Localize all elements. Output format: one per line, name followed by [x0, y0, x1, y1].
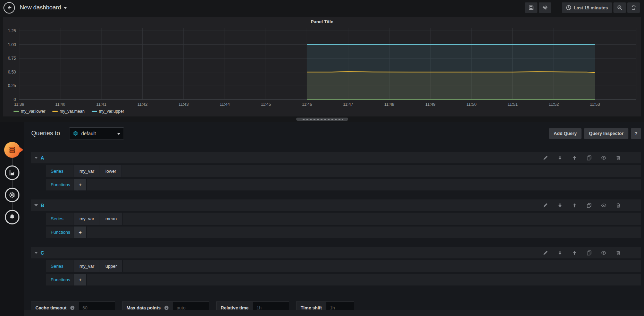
option-input[interactable]	[253, 302, 289, 310]
functions-label[interactable]: Functions	[51, 230, 70, 235]
edit-query-button[interactable]	[543, 250, 548, 256]
query-ref[interactable]: B	[41, 203, 44, 208]
dashboard-area: Panel Title 1.251.000.750.500.25011:3911…	[0, 15, 644, 122]
series-label[interactable]: Series	[51, 264, 64, 269]
svg-text:11:49: 11:49	[425, 102, 435, 107]
pencil-icon	[543, 155, 548, 161]
resize-handle[interactable]	[296, 118, 348, 121]
collapse-caret-icon[interactable]	[34, 252, 38, 254]
datasource-name: default	[81, 131, 96, 136]
move-query-up-button[interactable]	[572, 250, 577, 256]
duplicate-query-button[interactable]	[586, 155, 592, 161]
option-input[interactable]	[173, 302, 209, 310]
tab-general[interactable]	[5, 188, 19, 202]
move-query-up-button[interactable]	[572, 203, 577, 208]
query-ref[interactable]: C	[41, 250, 44, 256]
dashboard-title-menu[interactable]: New dashboard	[20, 4, 67, 11]
tab-alert[interactable]	[5, 210, 19, 224]
query-inspector-button[interactable]: Query Inspector	[584, 128, 628, 139]
series-row: Series my_varmean	[46, 213, 641, 225]
delete-query-button[interactable]	[616, 155, 621, 161]
editor-main: Queries to default Add Query Query Inspe…	[24, 122, 644, 316]
help-button[interactable]: ?	[631, 128, 641, 139]
series-label[interactable]: Series	[51, 169, 64, 174]
panel-title[interactable]: Panel Title	[3, 17, 641, 26]
option-input[interactable]	[79, 302, 115, 310]
clock-icon	[566, 5, 571, 10]
legend-item[interactable]: my_var.lower	[14, 109, 45, 114]
series-row-tail[interactable]	[123, 260, 641, 272]
save-dashboard-button[interactable]	[525, 2, 537, 13]
series-part[interactable]: my_var	[74, 260, 100, 272]
query-ref[interactable]: A	[41, 155, 44, 161]
dashboard-title: New dashboard	[20, 4, 61, 11]
series-row-tail[interactable]	[123, 213, 641, 225]
series-row: Series my_varlower	[46, 165, 641, 177]
edit-query-button[interactable]	[543, 203, 548, 208]
graph-panel: Panel Title 1.251.000.750.500.25011:3911…	[3, 17, 641, 117]
time-range-button[interactable]: Last 15 minutes	[562, 2, 612, 13]
svg-text:11:41: 11:41	[96, 102, 106, 107]
toggle-query-button[interactable]	[601, 203, 607, 208]
copy-icon	[586, 203, 592, 208]
move-query-up-button[interactable]	[572, 155, 577, 161]
functions-label-cell: Functions	[46, 227, 74, 238]
svg-text:0.25: 0.25	[8, 83, 16, 88]
series-row-tail[interactable]	[122, 165, 641, 177]
query-header[interactable]: B	[31, 199, 641, 211]
legend-item[interactable]: my_var.mean	[52, 109, 85, 114]
toggle-query-button[interactable]	[601, 155, 607, 161]
delete-query-button[interactable]	[616, 250, 621, 256]
series-part[interactable]: my_var	[74, 213, 100, 225]
delete-query-button[interactable]	[616, 203, 621, 208]
option-label-box: Max data points	[123, 302, 173, 310]
collapse-caret-icon[interactable]	[34, 204, 38, 206]
back-button[interactable]	[3, 2, 15, 14]
series-label-cell: Series	[46, 165, 74, 177]
tab-visualization[interactable]	[5, 165, 19, 180]
add-function-button[interactable]: +	[74, 227, 86, 238]
svg-text:0: 0	[14, 97, 16, 102]
move-query-down-button[interactable]	[557, 203, 563, 208]
edit-query-button[interactable]	[543, 155, 548, 161]
refresh-button[interactable]	[627, 2, 640, 13]
tab-queries[interactable]	[4, 142, 20, 158]
toggle-query-button[interactable]	[601, 250, 607, 256]
add-query-button[interactable]: Add Query	[549, 128, 582, 139]
functions-label[interactable]: Functions	[51, 182, 70, 187]
functions-row-tail[interactable]	[87, 179, 641, 190]
query-header[interactable]: A	[31, 152, 641, 163]
series-part[interactable]: lower	[100, 165, 122, 177]
query-header[interactable]: C	[31, 247, 641, 258]
functions-label[interactable]: Functions	[51, 277, 70, 282]
series-part[interactable]: mean	[100, 213, 122, 225]
series-part[interactable]: my_var	[74, 165, 100, 177]
option-label-box: Time shift	[296, 302, 326, 310]
legend-swatch	[14, 111, 19, 112]
functions-row-tail[interactable]	[87, 274, 641, 285]
series-part[interactable]: upper	[100, 260, 122, 272]
datasource-picker[interactable]: default	[69, 127, 124, 139]
copy-icon	[586, 155, 592, 161]
series-parts: my_varmean	[74, 213, 122, 225]
series-label[interactable]: Series	[51, 216, 64, 221]
bell-icon	[8, 213, 16, 221]
query-header-buttons: Add Query Query Inspector ?	[546, 128, 641, 139]
timeseries-chart[interactable]: 1.251.000.750.500.25011:3911:4011:4111:4…	[3, 26, 641, 109]
area-chart-icon	[8, 169, 16, 177]
duplicate-query-button[interactable]	[586, 250, 592, 256]
move-query-down-button[interactable]	[557, 250, 563, 256]
duplicate-query-button[interactable]	[586, 203, 592, 208]
option-input[interactable]	[326, 302, 354, 310]
add-function-button[interactable]: +	[74, 274, 86, 285]
dashboard-settings-button[interactable]	[539, 2, 551, 13]
move-query-down-button[interactable]	[557, 155, 563, 161]
zoom-out-button[interactable]	[613, 2, 626, 13]
collapse-caret-icon[interactable]	[34, 157, 38, 159]
arrow-up-icon	[572, 155, 577, 161]
add-function-button[interactable]: +	[74, 179, 86, 190]
legend-item[interactable]: my_var.upper	[92, 109, 124, 114]
svg-text:0.50: 0.50	[8, 70, 16, 75]
functions-row-tail[interactable]	[87, 227, 641, 238]
svg-text:11:39: 11:39	[14, 102, 24, 107]
